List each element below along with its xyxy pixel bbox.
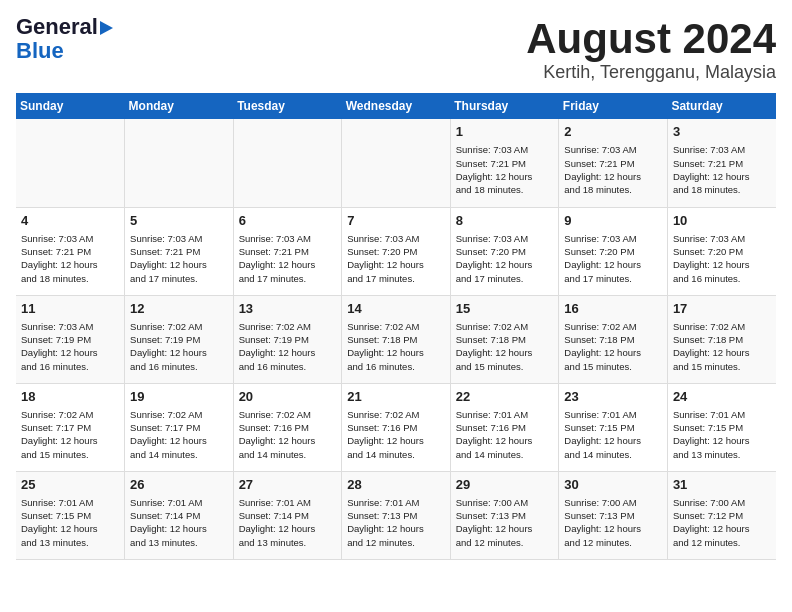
day-info: Sunset: 7:20 PM [564, 245, 662, 258]
day-info: Daylight: 12 hours [347, 522, 445, 535]
day-info: Sunrise: 7:02 AM [564, 320, 662, 333]
weekday-header-tuesday: Tuesday [233, 93, 342, 119]
day-info: Sunset: 7:19 PM [21, 333, 119, 346]
day-info: Sunset: 7:18 PM [673, 333, 771, 346]
weekday-header-monday: Monday [125, 93, 234, 119]
calendar-cell: 8Sunrise: 7:03 AMSunset: 7:20 PMDaylight… [450, 207, 559, 295]
calendar-cell: 16Sunrise: 7:02 AMSunset: 7:18 PMDayligh… [559, 295, 668, 383]
day-number: 9 [564, 212, 662, 230]
day-number: 23 [564, 388, 662, 406]
day-info: Sunrise: 7:03 AM [564, 232, 662, 245]
logo-blue-text: Blue [16, 38, 64, 63]
calendar-cell: 24Sunrise: 7:01 AMSunset: 7:15 PMDayligh… [667, 383, 776, 471]
day-info: and 15 minutes. [456, 360, 554, 373]
day-number: 17 [673, 300, 771, 318]
day-info: Daylight: 12 hours [130, 258, 228, 271]
day-info: Sunset: 7:16 PM [347, 421, 445, 434]
calendar-cell: 5Sunrise: 7:03 AMSunset: 7:21 PMDaylight… [125, 207, 234, 295]
day-number: 27 [239, 476, 337, 494]
day-info: and 12 minutes. [456, 536, 554, 549]
calendar-cell: 30Sunrise: 7:00 AMSunset: 7:13 PMDayligh… [559, 471, 668, 559]
day-number: 12 [130, 300, 228, 318]
day-info: Daylight: 12 hours [456, 346, 554, 359]
day-info: Sunrise: 7:02 AM [239, 408, 337, 421]
day-info: Sunset: 7:21 PM [456, 157, 554, 170]
day-info: Daylight: 12 hours [130, 522, 228, 535]
day-info: Daylight: 12 hours [564, 522, 662, 535]
day-number: 18 [21, 388, 119, 406]
day-info: Daylight: 12 hours [564, 170, 662, 183]
day-info: Sunset: 7:20 PM [673, 245, 771, 258]
day-info: and 16 minutes. [239, 360, 337, 373]
page-header: General Blue August 2024 Kertih, Terengg… [16, 16, 776, 83]
day-info: Sunset: 7:20 PM [456, 245, 554, 258]
day-number: 20 [239, 388, 337, 406]
logo: General Blue [16, 16, 113, 64]
day-info: and 17 minutes. [456, 272, 554, 285]
day-info: Sunset: 7:12 PM [673, 509, 771, 522]
calendar-cell [125, 119, 234, 207]
day-info: Sunset: 7:20 PM [347, 245, 445, 258]
weekday-header-row: SundayMondayTuesdayWednesdayThursdayFrid… [16, 93, 776, 119]
day-info: Daylight: 12 hours [673, 522, 771, 535]
calendar-cell: 31Sunrise: 7:00 AMSunset: 7:12 PMDayligh… [667, 471, 776, 559]
day-number: 31 [673, 476, 771, 494]
day-info: Sunrise: 7:01 AM [673, 408, 771, 421]
day-info: Daylight: 12 hours [673, 258, 771, 271]
day-info: Sunset: 7:15 PM [21, 509, 119, 522]
day-info: and 13 minutes. [21, 536, 119, 549]
day-info: Sunset: 7:13 PM [347, 509, 445, 522]
day-info: and 15 minutes. [564, 360, 662, 373]
day-number: 25 [21, 476, 119, 494]
calendar-title: August 2024 [526, 16, 776, 62]
weekday-header-thursday: Thursday [450, 93, 559, 119]
day-info: and 16 minutes. [21, 360, 119, 373]
day-info: Sunset: 7:18 PM [456, 333, 554, 346]
calendar-cell: 1Sunrise: 7:03 AMSunset: 7:21 PMDaylight… [450, 119, 559, 207]
day-info: Sunrise: 7:03 AM [564, 143, 662, 156]
calendar-cell: 9Sunrise: 7:03 AMSunset: 7:20 PMDaylight… [559, 207, 668, 295]
calendar-cell: 14Sunrise: 7:02 AMSunset: 7:18 PMDayligh… [342, 295, 451, 383]
day-info: Sunrise: 7:02 AM [239, 320, 337, 333]
calendar-week-5: 25Sunrise: 7:01 AMSunset: 7:15 PMDayligh… [16, 471, 776, 559]
calendar-cell [342, 119, 451, 207]
day-info: and 13 minutes. [239, 536, 337, 549]
day-number: 14 [347, 300, 445, 318]
day-info: and 17 minutes. [347, 272, 445, 285]
day-info: Sunset: 7:21 PM [673, 157, 771, 170]
day-info: Sunrise: 7:01 AM [21, 496, 119, 509]
day-info: and 16 minutes. [347, 360, 445, 373]
calendar-table: SundayMondayTuesdayWednesdayThursdayFrid… [16, 93, 776, 560]
day-info: Sunset: 7:21 PM [564, 157, 662, 170]
day-info: Sunset: 7:17 PM [21, 421, 119, 434]
day-info: Sunrise: 7:02 AM [21, 408, 119, 421]
day-info: and 14 minutes. [239, 448, 337, 461]
day-info: Daylight: 12 hours [564, 346, 662, 359]
day-number: 28 [347, 476, 445, 494]
day-info: and 12 minutes. [347, 536, 445, 549]
calendar-cell: 10Sunrise: 7:03 AMSunset: 7:20 PMDayligh… [667, 207, 776, 295]
day-info: and 18 minutes. [21, 272, 119, 285]
day-info: and 18 minutes. [673, 183, 771, 196]
day-info: and 17 minutes. [239, 272, 337, 285]
weekday-header-sunday: Sunday [16, 93, 125, 119]
day-info: Sunrise: 7:02 AM [456, 320, 554, 333]
day-number: 22 [456, 388, 554, 406]
day-info: Sunset: 7:18 PM [347, 333, 445, 346]
calendar-cell: 3Sunrise: 7:03 AMSunset: 7:21 PMDaylight… [667, 119, 776, 207]
day-info: Daylight: 12 hours [673, 434, 771, 447]
day-info: and 13 minutes. [673, 448, 771, 461]
weekday-header-saturday: Saturday [667, 93, 776, 119]
day-info: Sunrise: 7:02 AM [130, 408, 228, 421]
day-info: and 15 minutes. [673, 360, 771, 373]
day-info: Sunrise: 7:03 AM [673, 143, 771, 156]
calendar-week-3: 11Sunrise: 7:03 AMSunset: 7:19 PMDayligh… [16, 295, 776, 383]
day-info: Daylight: 12 hours [347, 346, 445, 359]
day-info: and 18 minutes. [456, 183, 554, 196]
day-info: Sunrise: 7:02 AM [130, 320, 228, 333]
day-number: 3 [673, 123, 771, 141]
day-info: Sunset: 7:21 PM [130, 245, 228, 258]
day-number: 1 [456, 123, 554, 141]
day-info: Daylight: 12 hours [239, 258, 337, 271]
day-info: Sunrise: 7:03 AM [456, 143, 554, 156]
